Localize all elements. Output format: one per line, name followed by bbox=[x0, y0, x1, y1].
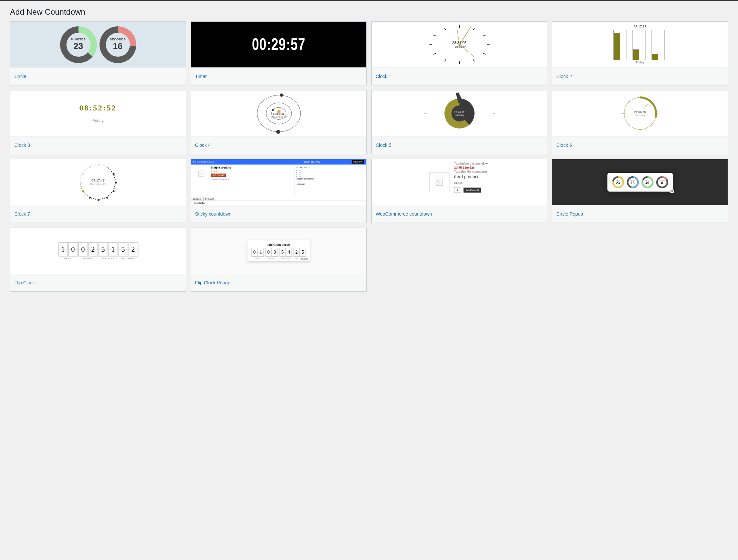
thumb-clock2: 22:17:13 Friday bbox=[552, 22, 728, 68]
thumb-circle: MINUTES 23 SECONDS 16 bbox=[10, 22, 186, 68]
thumb-woo: Text before the countdown 2d 4h 31m 52s … bbox=[372, 159, 547, 205]
sticky-product-title: Simple product bbox=[211, 166, 231, 169]
ring-seconds: SECONDS 16 bbox=[100, 26, 136, 63]
svg-line-11 bbox=[444, 59, 446, 61]
clock6-day: Saturday bbox=[634, 113, 646, 116]
clock4-date: December 29 bbox=[270, 115, 287, 118]
flip-digit: 5 bbox=[119, 242, 128, 256]
thumb-clock3: 08:52:52 Friday bbox=[10, 90, 186, 136]
card-circle-popup-label: Circle Popup bbox=[552, 205, 728, 223]
svg-point-34 bbox=[200, 172, 201, 173]
thumb-clock5: 22:48:32 Saturday bbox=[372, 90, 547, 136]
card-clock4[interactable]: 17:57:41 December 29 Clock 4 bbox=[191, 90, 367, 154]
svg-line-4 bbox=[473, 28, 475, 30]
clock4-center-text: 17:57:41 December 29 bbox=[270, 112, 287, 118]
sticky-price: $12.00 bbox=[211, 170, 231, 173]
days-value: 23 bbox=[616, 181, 620, 185]
card-flip-clock[interactable]: 1 0 DAYS 0 2 HOURS 5 1 MINUTES bbox=[10, 228, 186, 292]
minutes-label: MINUTES bbox=[71, 38, 86, 41]
category-label: Category: bbox=[211, 178, 218, 180]
timer-display: 00:29:57 bbox=[252, 35, 305, 54]
flip-digit: 5 bbox=[300, 248, 306, 257]
minutes-value: 23 bbox=[73, 41, 83, 51]
card-clock3-label: Clock 3 bbox=[10, 136, 186, 154]
woo-countdown: 2d 4h 31m 52s bbox=[454, 166, 490, 169]
flip-digit: 2 bbox=[294, 248, 300, 257]
thumb-clock6: 22:56:28 Saturday bbox=[552, 90, 728, 136]
sticky-bar-time: 0d 0h 26m 39s bbox=[272, 161, 351, 163]
minutes-label: MINUTES bbox=[282, 257, 290, 259]
flip-digit: 1 bbox=[58, 242, 68, 256]
recent-posts-list: ———— bbox=[299, 169, 364, 177]
card-clock3[interactable]: 08:52:52 Friday Clock 3 bbox=[10, 90, 186, 154]
card-clock2[interactable]: 22:17:13 Friday Clock 2 bbox=[552, 21, 728, 85]
image-placeholder-icon bbox=[429, 172, 449, 192]
svg-point-36 bbox=[437, 180, 439, 182]
countdown-type-grid: MINUTES 23 SECONDS 16 Circle 00:29:57 Ti… bbox=[10, 21, 728, 292]
card-clock5[interactable]: 22:48:32 Saturday Clock 5 bbox=[371, 90, 547, 154]
checkout-button: CHECKOUT bbox=[352, 160, 364, 164]
clock5-time: 22:48:32 bbox=[454, 111, 465, 114]
card-flip-popup-label: Flip Clock Popup bbox=[191, 274, 366, 291]
close-button: CLOSE bbox=[301, 258, 308, 260]
flip-digit: 0 bbox=[68, 242, 78, 256]
card-clock6-label: Clock 6 bbox=[552, 136, 728, 154]
card-sticky[interactable]: This amazing offer expires in 0d 0h 26m … bbox=[191, 159, 367, 223]
sticky-bar-text: This amazing offer expires in bbox=[193, 161, 272, 163]
popup-modal: Flip Clock Popup 0 1 DAYS 0 3 bbox=[247, 240, 310, 262]
svg-line-7 bbox=[433, 35, 436, 36]
clock1-center-text: 23:31:06 Tuesday bbox=[452, 41, 467, 48]
card-clock4-label: Clock 4 bbox=[191, 136, 366, 154]
card-clock1[interactable]: 23:31:06 Tuesday Clock 1 bbox=[371, 21, 547, 85]
card-clock7-label: Clock 7 bbox=[10, 205, 186, 223]
add-to-cart-button: ADD TO CART bbox=[211, 174, 226, 177]
seconds-value: 8 bbox=[661, 181, 663, 185]
seconds-value: 16 bbox=[113, 41, 123, 51]
sticky-top-bar: This amazing offer expires in 0d 0h 26m … bbox=[191, 159, 366, 165]
popup-title: Flip Clock Popup bbox=[251, 243, 306, 246]
card-woo[interactable]: Text before the countdown 2d 4h 31m 52s … bbox=[371, 159, 547, 223]
description-heading: Description bbox=[191, 201, 366, 205]
hours-value: 13 bbox=[631, 181, 634, 185]
card-circle[interactable]: MINUTES 23 SECONDS 16 Circle bbox=[10, 21, 186, 85]
flip-digit: 0 bbox=[265, 248, 271, 257]
card-circle-popup[interactable]: DAYS23 HOURS13 MINUTES49 SECONDS8 X Circ… bbox=[552, 159, 728, 223]
archives-heading: ARCHIVES bbox=[297, 183, 364, 185]
woo-text-before: Text before the countdown bbox=[454, 162, 490, 165]
thumb-flip-clock: 1 0 DAYS 0 2 HOURS 5 1 MINUTES bbox=[10, 228, 186, 274]
flip-digit: 5 bbox=[280, 248, 286, 257]
card-clock6[interactable]: 22:56:28 Saturday Clock 6 bbox=[552, 90, 728, 154]
clock6-center-text: 22:56:28 Saturday bbox=[633, 109, 647, 117]
hours-label: HOURS bbox=[268, 257, 275, 259]
card-timer[interactable]: 00:29:57 Timer bbox=[191, 21, 367, 85]
thumb-timer: 00:29:57 bbox=[191, 22, 366, 68]
popup-ring-seconds: SECONDS8 bbox=[656, 176, 668, 188]
clock6-time: 22:56:28 bbox=[634, 110, 646, 113]
ring-minutes: MINUTES 23 bbox=[60, 26, 97, 63]
thumb-flip-popup: Flip Clock Popup 0 1 DAYS 0 3 bbox=[191, 228, 366, 274]
flip-digit: 4 bbox=[286, 248, 292, 257]
svg-line-6 bbox=[483, 35, 486, 36]
seconds-label: SECONDS bbox=[121, 257, 135, 260]
card-flip-clock-label: Flip Clock bbox=[10, 274, 186, 291]
tab-description: Description bbox=[191, 197, 203, 201]
card-clock7[interactable]: 07:17:47 December 29 Clock 7 bbox=[10, 159, 186, 223]
clock4-time: 17:57:41 bbox=[270, 112, 287, 115]
svg-line-5 bbox=[444, 28, 446, 30]
card-clock5-label: Clock 5 bbox=[372, 136, 547, 154]
flip-digit: 1 bbox=[109, 242, 118, 256]
flip-digit: 5 bbox=[99, 242, 108, 256]
hours-label: HOURS bbox=[83, 257, 93, 260]
woo-product-title: third product bbox=[454, 174, 490, 180]
woo-price: $12.00 bbox=[454, 181, 490, 185]
clock7-date: December 29 bbox=[90, 183, 106, 186]
flip-digit: 2 bbox=[88, 242, 98, 256]
clock7-time: 07:17:47 bbox=[90, 179, 106, 183]
clock5-day: Saturday bbox=[454, 114, 464, 116]
card-flip-popup[interactable]: Flip Clock Popup 0 1 DAYS 0 3 bbox=[191, 228, 367, 292]
popup-modal: DAYS23 HOURS13 MINUTES49 SECONDS8 X bbox=[607, 173, 673, 192]
recent-posts-heading: RECENT POSTS bbox=[297, 167, 364, 169]
svg-line-8 bbox=[483, 53, 486, 54]
card-clock1-label: Clock 1 bbox=[372, 68, 547, 85]
add-to-cart-button: Add to cart bbox=[464, 188, 481, 193]
